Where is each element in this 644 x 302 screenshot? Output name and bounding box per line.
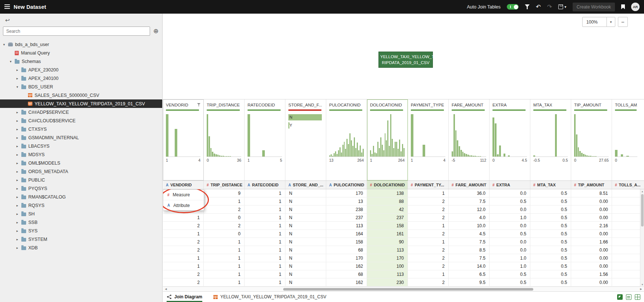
- expand-arrow-icon[interactable]: ▸: [15, 187, 19, 190]
- tree-item-ctxsys[interactable]: ▸CTXSYS: [0, 125, 162, 133]
- expand-arrow-icon[interactable]: ▸: [15, 136, 19, 140]
- back-arrow-icon[interactable]: ↩: [5, 17, 10, 23]
- tree-item-system[interactable]: ▸SYSTEM: [0, 235, 162, 243]
- column-header-store-and-f[interactable]: ASTORE_AND_...: [285, 181, 326, 189]
- tree-item-pyqsys[interactable]: ▸PYQSYS: [0, 184, 162, 193]
- zoom-out-button[interactable]: −: [618, 17, 628, 27]
- column-header-extra[interactable]: #EXTRA: [490, 181, 530, 189]
- column-header-dolocationid[interactable]: #DOLOCATIONID: [367, 181, 408, 189]
- add-connection-icon[interactable]: ⊕: [153, 28, 159, 34]
- tree-item-apex-240100[interactable]: ▸APEX_240100: [0, 74, 162, 82]
- tree-item-gsmadmin-internal[interactable]: ▸GSMADMIN_INTERNAL: [0, 133, 162, 142]
- save-button[interactable]: ▾: [558, 4, 566, 9]
- column-profile-mta-tax[interactable]: MTA_TAX-0.50.5: [530, 99, 571, 180]
- column-header-payment-type[interactable]: #PAYMENT_TY...: [408, 181, 449, 189]
- search-input[interactable]: [3, 27, 150, 36]
- tree-item-public[interactable]: ▸PUBLIC: [0, 176, 162, 184]
- tree-item-mdsys[interactable]: ▸MDSYS: [0, 150, 162, 159]
- expand-arrow-icon[interactable]: ▸: [15, 170, 19, 173]
- tree-item-sys[interactable]: ▸SYS: [0, 226, 162, 235]
- column-profile-tip-amount[interactable]: TIP_AMOUNT027.65: [571, 99, 612, 180]
- scroll-left-icon[interactable]: ◀: [163, 288, 169, 291]
- expand-arrow-icon[interactable]: ▸: [15, 127, 19, 131]
- preview-diagram-view-icon[interactable]: [617, 294, 623, 300]
- column-profile-dolocationid[interactable]: DOLOCATIONID1264: [367, 99, 408, 180]
- tree-item-schemas[interactable]: ▾Schemas: [0, 57, 162, 66]
- zoom-caret-icon[interactable]: ▾: [606, 17, 615, 27]
- tree-item-bds-a-bds-user[interactable]: ▾bds_a_bds_user: [0, 40, 162, 49]
- horizontal-scroll-thumb[interactable]: [283, 288, 533, 291]
- undo-icon[interactable]: ↶: [536, 4, 541, 10]
- create-workbook-button[interactable]: Create Workbook: [573, 3, 615, 11]
- column-profile-pulocationid[interactable]: PULOCATIONID13264: [326, 99, 367, 180]
- expand-arrow-icon[interactable]: ▸: [15, 144, 19, 148]
- column-header-vendorid[interactable]: AVENDORID: [163, 181, 204, 189]
- tab-table-yellow-taxi[interactable]: YELLOW_TAXI_YELLOW_TRIPDATA_2019_01_CSV: [213, 292, 326, 302]
- collapse-arrow-icon[interactable]: ▾: [9, 60, 13, 63]
- filter-icon[interactable]: [525, 4, 530, 9]
- tree-item-sales-sales-5000000-csv[interactable]: SALES_SALES_5000000_CSV: [0, 91, 162, 99]
- collapse-arrow-icon[interactable]: ▾: [15, 85, 19, 89]
- avatar[interactable]: AR: [631, 3, 640, 11]
- tree-item-rqsys[interactable]: ▸RQSYS: [0, 201, 162, 210]
- tree-item-ssb[interactable]: ▸SSB: [0, 218, 162, 226]
- preview-grid-view-icon[interactable]: [635, 294, 640, 300]
- expand-arrow-icon[interactable]: ▸: [15, 229, 19, 233]
- column-profile-extra[interactable]: EXTRA04.5: [490, 99, 530, 180]
- expand-arrow-icon[interactable]: ▸: [15, 153, 19, 157]
- column-header-tip-amount[interactable]: #TIP_AMOUNT: [571, 181, 612, 189]
- zoom-dropdown[interactable]: 100% ▾: [582, 17, 615, 27]
- column-header-ratecodeid[interactable]: ARATECODEID: [245, 181, 285, 189]
- expand-arrow-icon[interactable]: ▸: [15, 119, 19, 123]
- scroll-up-icon[interactable]: ▲: [640, 190, 644, 193]
- tree-item-lbacsys[interactable]: ▸LBACSYS: [0, 142, 162, 150]
- expand-arrow-icon[interactable]: ▸: [15, 178, 19, 182]
- vertical-scroll-thumb[interactable]: [641, 194, 644, 226]
- tree-item-yellow-taxi-yellow-tripdata-2019-01-csv[interactable]: YELLOW_TAXI_YELLOW_TRIPDATA_2019_01_CSV: [0, 99, 162, 108]
- auto-join-toggle[interactable]: [507, 4, 519, 10]
- tree-item-oml-models[interactable]: ▸OML$MODELS: [0, 159, 162, 167]
- tree-item-rman-catalog[interactable]: ▸RMAN$CATALOG: [0, 193, 162, 201]
- table-node[interactable]: YELLOW_TAXI_YELLOW_T RIPDATA_2019_01_CSV: [378, 52, 433, 68]
- column-filter-icon[interactable]: [197, 103, 200, 106]
- expand-arrow-icon[interactable]: ▸: [15, 246, 19, 250]
- redo-icon[interactable]: ↷: [547, 4, 552, 10]
- expand-arrow-icon[interactable]: ▸: [15, 68, 19, 72]
- tree-item-ords-metadata[interactable]: ▸ORDS_METADATA: [0, 167, 162, 176]
- tab-join-diagram[interactable]: Join Diagram: [167, 292, 202, 302]
- column-profile-tolls-am[interactable]: TOLLS_AM...0: [612, 99, 640, 180]
- scroll-down-icon[interactable]: ▼: [640, 283, 644, 286]
- column-header-trip-distance[interactable]: #TRIP_DISTANCE: [204, 181, 245, 189]
- scroll-right-icon[interactable]: ▶: [638, 288, 644, 291]
- expand-arrow-icon[interactable]: ▸: [15, 212, 19, 216]
- column-profile-store-and-f[interactable]: STORE_AND_F...NY: [285, 99, 326, 180]
- preview-metadata-view-icon[interactable]: [626, 294, 631, 300]
- expand-arrow-icon[interactable]: ▸: [15, 221, 19, 224]
- column-header-tolls-am[interactable]: #TOLLS_A...: [612, 181, 640, 189]
- column-profile-trip-distance[interactable]: TRIP_DISTANCE036: [204, 99, 245, 180]
- expand-arrow-icon[interactable]: ▸: [15, 110, 19, 114]
- collapse-arrow-icon[interactable]: ▾: [2, 43, 6, 46]
- expand-arrow-icon[interactable]: ▸: [15, 204, 19, 207]
- save-dropdown-caret-icon[interactable]: ▾: [565, 5, 566, 9]
- column-header-mta-tax[interactable]: #MTA_TAX: [530, 181, 571, 189]
- tree-item-xdb[interactable]: ▸XDB: [0, 243, 162, 252]
- column-profile-ratecodeid[interactable]: RATECODEID15: [245, 99, 285, 180]
- tree-item-manual-query[interactable]: Manual Query: [0, 49, 162, 57]
- bookmark-icon[interactable]: [621, 4, 625, 9]
- tree-item-apex-230200[interactable]: ▸APEX_230200: [0, 66, 162, 74]
- column-profile-payment-type[interactable]: PAYMENT_TYPE14: [408, 99, 449, 180]
- expand-arrow-icon[interactable]: ▸: [15, 77, 19, 80]
- horizontal-scrollbar[interactable]: ◀ ▶: [163, 287, 644, 291]
- tree-item-c-cloud-service[interactable]: ▸C##CLOUD$SERVICE: [0, 116, 162, 125]
- tree-item-bds-user[interactable]: ▾BDS_USER: [0, 82, 162, 91]
- column-profile-vendorid[interactable]: VENDORID14: [163, 99, 204, 180]
- tree-item-c-adp-service[interactable]: ▸C##ADP$SERVICE: [0, 108, 162, 116]
- expand-arrow-icon[interactable]: ▸: [15, 238, 19, 241]
- menu-item-measure[interactable]: # Measure: [163, 190, 204, 200]
- column-header-fare-amount[interactable]: #FARE_AMOUNT: [449, 181, 490, 189]
- column-profile-fare-amount[interactable]: FARE_AMOUNT-5112: [449, 99, 490, 180]
- tree-item-sh[interactable]: ▸SH: [0, 210, 162, 218]
- menu-item-attribute[interactable]: A Attribute: [163, 200, 204, 210]
- expand-arrow-icon[interactable]: ▸: [15, 161, 19, 165]
